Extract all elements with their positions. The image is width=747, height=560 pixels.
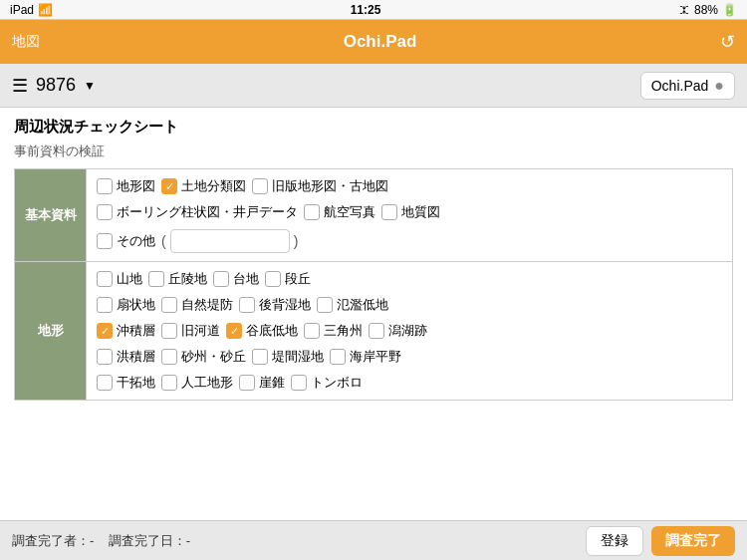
checkbox-sankakusu[interactable] — [304, 323, 320, 339]
checkbox-boring[interactable] — [97, 204, 113, 220]
check-table: 基本資料 地形図 ✓ 土地分類図 旧版地形図・古地図 — [14, 168, 733, 401]
label-daichi: 台地 — [233, 270, 259, 288]
check-item-chuseki[interactable]: ✓ 沖積層 — [97, 322, 155, 340]
checkbox-koshai[interactable] — [239, 297, 255, 313]
checkbox-daichi[interactable] — [213, 271, 229, 287]
check-item-tombolo[interactable]: トンボロ — [291, 374, 363, 392]
label-shizen: 自然堤防 — [181, 296, 233, 314]
other-text-input[interactable] — [170, 229, 290, 253]
checkbox-sonota[interactable] — [97, 233, 113, 249]
check-item-tochi[interactable]: ✓ 土地分類図 — [161, 177, 246, 195]
checkbox-tanisoko[interactable]: ✓ — [226, 323, 242, 339]
bottom-bar: 調査完了者：- 調査完了日：- 登録 調査完了 — [0, 520, 747, 560]
basic-materials-items-3: その他 ( ) — [95, 225, 724, 257]
check-item-koshai[interactable]: 後背湿地 — [239, 296, 311, 314]
check-item-sasu[interactable]: 砂州・砂丘 — [161, 348, 246, 366]
checkbox-kyuban[interactable] — [252, 178, 268, 194]
label-gaisui: 崖錐 — [259, 374, 285, 392]
checkbox-jinkochi[interactable] — [161, 375, 177, 391]
check-item-jinkochi[interactable]: 人工地形 — [161, 374, 233, 392]
checkbox-kantaku[interactable] — [97, 375, 113, 391]
check-item-kantaku[interactable]: 干拓地 — [97, 374, 155, 392]
check-item-boring[interactable]: ボーリング柱状図・井戸データ — [97, 203, 298, 221]
checkbox-haran[interactable] — [317, 297, 333, 313]
label-dankyu: 段丘 — [285, 270, 311, 288]
checkbox-sandi[interactable] — [97, 271, 113, 287]
check-item-sandi[interactable]: 山地 — [97, 270, 142, 288]
check-item-katako[interactable]: 潟湖跡 — [369, 322, 427, 340]
status-time: 11:25 — [351, 3, 381, 17]
checkbox-katako[interactable] — [369, 323, 384, 339]
toolbar-user-button[interactable]: Ochi.Pad ● — [640, 72, 735, 100]
label-sankakusu: 三角州 — [324, 322, 363, 340]
label-jinkochi: 人工地形 — [181, 374, 233, 392]
check-item-shizen[interactable]: 自然堤防 — [161, 296, 233, 314]
check-item-kyuban[interactable]: 旧版地形図・古地図 — [252, 177, 388, 195]
check-item-kouku[interactable]: 航空写真 — [304, 203, 375, 221]
checkbox-tochi[interactable]: ✓ — [161, 178, 177, 194]
checkbox-gaisui[interactable] — [239, 375, 255, 391]
checkbox-chishitu[interactable] — [381, 204, 397, 220]
check-item-kaigan[interactable]: 海岸平野 — [330, 348, 401, 366]
label-haran: 氾濫低地 — [337, 296, 388, 314]
checkbox-chuseki[interactable]: ✓ — [97, 323, 113, 339]
label-kyuban: 旧版地形図・古地図 — [272, 177, 388, 195]
check-item-tanisoko[interactable]: ✓ 谷底低地 — [226, 322, 298, 340]
project-id: 9876 — [36, 75, 76, 96]
check-item-dankyu[interactable]: 段丘 — [265, 270, 311, 288]
basic-materials-content: 地形図 ✓ 土地分類図 旧版地形図・古地図 ボーリング柱状図・ — [87, 169, 733, 262]
label-kaigan: 海岸平野 — [350, 348, 401, 366]
label-kouku: 航空写真 — [324, 203, 375, 221]
check-item-gaisui[interactable]: 崖錐 — [239, 374, 285, 392]
menu-icon[interactable]: ☰ — [12, 75, 28, 97]
investigator-label: 調査完了者：- — [12, 533, 94, 548]
check-item-sonota[interactable]: その他 — [97, 232, 155, 250]
nav-bar: 地図 Ochi.Pad ↺ — [0, 20, 747, 64]
checkbox-shizen[interactable] — [161, 297, 177, 313]
label-boring: ボーリング柱状図・井戸データ — [117, 203, 298, 221]
register-button[interactable]: 登録 — [586, 526, 643, 556]
check-item-daichi[interactable]: 台地 — [213, 270, 259, 288]
status-left: iPad 📶 — [10, 3, 53, 17]
check-item-chikei[interactable]: 地形図 — [97, 177, 155, 195]
nav-refresh-button[interactable]: ↺ — [720, 31, 735, 53]
checkbox-senjochi[interactable] — [97, 297, 113, 313]
checkbox-sasu[interactable] — [161, 349, 177, 365]
bluetooth-icon: ⯰ — [678, 3, 690, 17]
main-content: 周辺状況チェックシート 事前資料の検証 基本資料 地形図 ✓ 土地分類図 — [0, 108, 747, 520]
geo-row-4: 洪積層 砂州・砂丘 堤間湿地 海岸平野 — [95, 344, 724, 370]
check-item-senjochi[interactable]: 扇状地 — [97, 296, 155, 314]
checkbox-kyuryo[interactable] — [148, 271, 164, 287]
user-label: Ochi.Pad — [651, 78, 709, 94]
check-item-kyuryo[interactable]: 丘陵地 — [148, 270, 207, 288]
checkbox-dankyu[interactable] — [265, 271, 281, 287]
checkbox-kouku[interactable] — [304, 204, 320, 220]
checkbox-kaigan[interactable] — [330, 349, 346, 365]
geo-header: 地形 — [15, 262, 87, 401]
geo-row-2: 扇状地 自然堤防 後背湿地 氾濫低地 — [95, 292, 724, 318]
nav-back-button[interactable]: 地図 — [12, 33, 40, 51]
check-item-koseki[interactable]: 洪積層 — [97, 348, 155, 366]
text-input-row: ( ) — [161, 229, 298, 253]
checkbox-kyukado[interactable] — [161, 323, 177, 339]
check-item-teikan[interactable]: 堤間湿地 — [252, 348, 324, 366]
check-item-haran[interactable]: 氾濫低地 — [317, 296, 388, 314]
label-kantaku: 干拓地 — [117, 374, 155, 392]
label-chishitu: 地質図 — [401, 203, 440, 221]
checkbox-chikei[interactable] — [97, 178, 113, 194]
complete-button[interactable]: 調査完了 — [651, 526, 735, 556]
wifi-icon: 📶 — [38, 3, 53, 17]
battery-icon: 🔋 — [722, 3, 737, 17]
check-item-chishitu[interactable]: 地質図 — [381, 203, 440, 221]
checkbox-teikan[interactable] — [252, 349, 268, 365]
dropdown-icon[interactable]: ▼ — [84, 79, 96, 93]
label-tochi: 土地分類図 — [181, 177, 246, 195]
label-kyukado: 旧河道 — [181, 322, 220, 340]
check-item-sankakusu[interactable]: 三角州 — [304, 322, 363, 340]
check-item-kyukado[interactable]: 旧河道 — [161, 322, 220, 340]
geo-row-1: 山地 丘陵地 台地 段丘 — [95, 266, 724, 292]
section-title: 周辺状況チェックシート — [14, 118, 733, 137]
geo-row-5: 干拓地 人工地形 崖錐 トンボロ — [95, 370, 724, 396]
checkbox-tombolo[interactable] — [291, 375, 307, 391]
checkbox-koseki[interactable] — [97, 349, 113, 365]
